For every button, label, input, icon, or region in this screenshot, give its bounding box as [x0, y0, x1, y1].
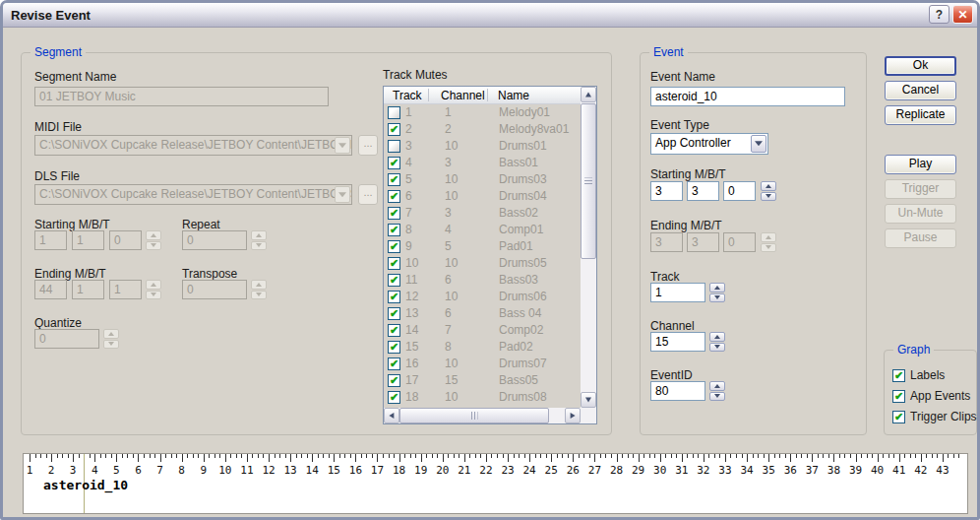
event-starting-tick-field[interactable]: 0	[723, 181, 756, 201]
replicate-button[interactable]: Replicate	[885, 105, 956, 125]
cancel-button[interactable]: Cancel	[885, 81, 956, 100]
spin-down-icon[interactable]	[709, 293, 725, 303]
scroll-left-icon[interactable]	[384, 408, 399, 423]
ruler-tick	[617, 454, 618, 462]
track-mute-checkbox[interactable]: ✔	[388, 240, 400, 253]
track-mute-checkbox[interactable]: ✔	[388, 190, 400, 203]
ruler-tick	[948, 454, 949, 458]
track-mute-checkbox[interactable]: ✔	[388, 391, 400, 404]
track-mute-checkbox[interactable]: ✔	[388, 307, 400, 320]
ruler-measure-number: 6	[135, 464, 142, 477]
ruler-tick	[160, 454, 161, 462]
vertical-scroll-thumb[interactable]	[581, 103, 596, 259]
track-cell-channel: 15	[445, 373, 458, 387]
track-mutes-list[interactable]: Track Channel Name 11Melody01✔22Melody8v…	[383, 86, 597, 424]
spin-up-icon	[146, 280, 161, 290]
scroll-right-icon[interactable]	[565, 408, 581, 423]
spin-up-icon[interactable]	[709, 381, 725, 391]
track-spinner[interactable]	[709, 283, 725, 302]
ruler-tick	[383, 454, 384, 458]
track-cell-number: 14	[405, 323, 418, 337]
track-mute-checkbox[interactable]: ✔	[388, 207, 400, 220]
track-mute-checkbox[interactable]	[388, 106, 400, 119]
track-cell-name: Melody01	[499, 105, 550, 119]
quantize-label: Quantize	[34, 316, 82, 330]
event-starting-measure-field[interactable]: 3	[650, 181, 683, 201]
segment-ending-measure-field: 44	[34, 280, 67, 299]
channel-spinner[interactable]	[709, 332, 725, 352]
graph-option-checkbox[interactable]: ✔	[892, 411, 905, 423]
chevron-down-icon[interactable]	[751, 135, 766, 153]
close-icon[interactable]: ✕	[952, 5, 973, 24]
event-starting-mbt-spinner[interactable]	[761, 181, 776, 201]
event-starting-beat-field[interactable]: 3	[687, 181, 719, 201]
ruler-tick	[415, 454, 416, 458]
titlebar[interactable]: Revise Event	[3, 3, 977, 28]
horizontal-scrollbar[interactable]	[384, 408, 581, 423]
track-mute-checkbox[interactable]: ✔	[388, 157, 400, 169]
timeline-ruler[interactable]: 1234567891011121314151617181920212223242…	[23, 453, 968, 514]
ruler-tick	[263, 454, 264, 458]
event-id-field[interactable]: 80	[650, 381, 705, 401]
track-mute-checkbox[interactable]: ✔	[388, 291, 400, 303]
event-type-combo[interactable]: App Controller	[650, 133, 768, 155]
event-name-field[interactable]: asteroid_10	[650, 87, 845, 106]
help-button[interactable]: ?	[929, 5, 949, 24]
track-cell-name: Bass02	[499, 206, 538, 220]
ruler-tick	[665, 454, 666, 458]
segment-ending-beat-field: 1	[72, 280, 104, 299]
track-mute-checkbox[interactable]: ✔	[388, 257, 400, 270]
track-cell-name: Drums08	[499, 390, 547, 404]
ruler-tick	[339, 454, 340, 458]
scroll-down-icon[interactable]	[581, 392, 596, 408]
track-list-header[interactable]: Track Channel Name	[384, 87, 581, 104]
chevron-down-icon	[335, 186, 350, 203]
ruler-measure-number: 37	[806, 464, 819, 477]
event-id-spinner[interactable]	[709, 381, 725, 401]
track-cell-number: 18	[405, 390, 418, 404]
spin-up-icon[interactable]	[761, 181, 776, 191]
track-mute-checkbox[interactable]: ✔	[388, 274, 400, 287]
ruler-tick	[79, 454, 80, 458]
track-mute-checkbox[interactable]: ✔	[388, 358, 400, 370]
ruler-tick	[790, 454, 791, 462]
vertical-scrollbar[interactable]	[581, 87, 596, 408]
ruler-measure-number: 27	[588, 464, 601, 477]
ruler-tick	[469, 454, 470, 458]
track-mute-checkbox[interactable]: ✔	[388, 224, 400, 236]
track-field[interactable]: 1	[650, 283, 705, 302]
track-mute-checkbox[interactable]: ✔	[388, 324, 400, 337]
scroll-up-icon[interactable]	[581, 87, 596, 102]
spin-up-icon[interactable]	[709, 332, 725, 342]
spin-up-icon	[761, 232, 776, 242]
ruler-tick	[154, 454, 155, 458]
track-cell-number: 17	[405, 373, 418, 387]
channel-field[interactable]: 15	[650, 332, 705, 352]
ruler-tick	[725, 454, 726, 462]
spin-down-icon[interactable]	[761, 192, 776, 202]
track-mute-checkbox[interactable]: ✔	[388, 374, 400, 387]
play-button[interactable]: Play	[885, 155, 956, 174]
spin-down-icon[interactable]	[709, 392, 725, 402]
column-header-channel[interactable]: Channel	[441, 89, 485, 102]
track-mute-checkbox[interactable]: ✔	[388, 341, 400, 354]
graph-option-checkbox[interactable]: ✔	[892, 369, 905, 382]
track-mute-checkbox[interactable]: ✔	[388, 123, 400, 136]
track-mute-checkbox[interactable]: ✔	[388, 173, 400, 186]
column-header-track[interactable]: Track	[393, 89, 422, 102]
spin-down-icon	[761, 243, 776, 253]
ruler-tick	[764, 454, 765, 458]
track-mute-checkbox[interactable]	[388, 140, 400, 153]
spin-up-icon[interactable]	[709, 283, 725, 292]
track-cell-channel: 5	[445, 239, 452, 253]
ruler-measure-number: 2	[48, 464, 55, 477]
spin-down-icon[interactable]	[709, 343, 725, 353]
ruler-tick	[753, 454, 754, 458]
segment-ending-mbt-label: Ending M/B/T	[34, 267, 106, 281]
track-cell-channel: 10	[445, 390, 458, 404]
horizontal-scroll-thumb[interactable]	[399, 408, 549, 423]
ok-button[interactable]: Ok	[885, 56, 956, 76]
column-header-name[interactable]: Name	[498, 89, 529, 102]
ruler-tick	[698, 454, 699, 458]
graph-option-checkbox[interactable]: ✔	[892, 390, 905, 403]
